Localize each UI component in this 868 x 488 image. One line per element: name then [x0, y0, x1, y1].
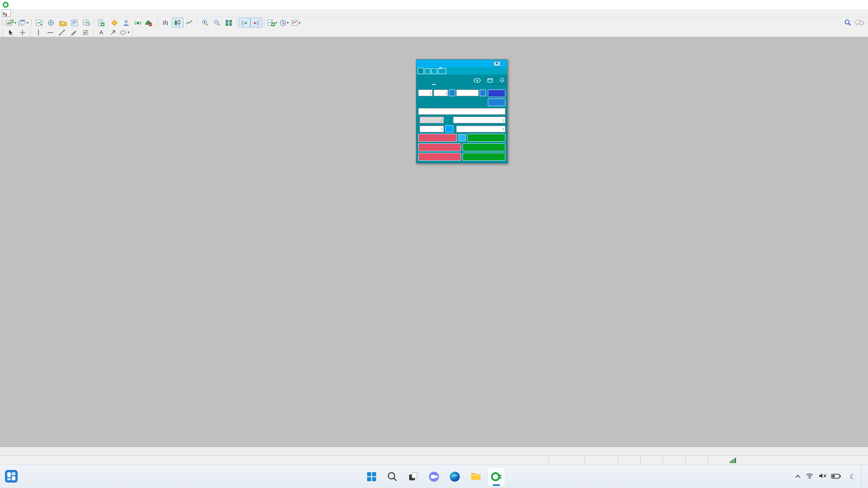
status-bar — [0, 455, 868, 465]
text-tool[interactable]: A — [95, 28, 107, 38]
confirm-checkbox[interactable] — [458, 134, 466, 141]
periods-button[interactable]: ▾ — [278, 18, 290, 28]
risk-plus-button[interactable] — [480, 89, 486, 96]
zoom-in-button[interactable] — [199, 18, 211, 28]
line-chart-button[interactable] — [184, 18, 195, 28]
file-explorer-icon[interactable] — [467, 467, 485, 487]
fibonacci-tool[interactable] — [80, 28, 91, 38]
signals-button[interactable] — [132, 18, 144, 28]
sell-stop-button[interactable] — [418, 143, 461, 151]
connection-bars-icon — [730, 458, 736, 463]
trendline-tool[interactable] — [56, 28, 68, 38]
auto-scroll-button[interactable] — [239, 18, 250, 28]
risk-field[interactable] — [456, 89, 479, 96]
menu-bar — [0, 9, 868, 17]
strategy-tester-button[interactable] — [80, 18, 92, 28]
eye-icon[interactable] — [474, 78, 481, 84]
terminal-button[interactable] — [69, 18, 80, 28]
task-view-icon[interactable] — [404, 467, 422, 487]
trade-assistant-panel: ▴▾ ▴▾ ▴▾ ▴▾ ▴ — [416, 59, 508, 164]
rr-badge — [432, 84, 436, 85]
start-button[interactable] — [363, 467, 381, 487]
metaeditor-button[interactable] — [108, 18, 120, 28]
battery-icon[interactable] — [831, 473, 841, 481]
restore-button[interactable] — [826, 0, 847, 9]
prev-symbol-button[interactable] — [425, 68, 430, 74]
chart-tab-bar — [0, 446, 868, 455]
entry-field[interactable]: ▴▾ — [453, 117, 505, 123]
comment-field[interactable] — [418, 108, 505, 115]
buy-button[interactable] — [467, 134, 506, 142]
edge-icon[interactable] — [446, 467, 464, 487]
chart-shift-button[interactable] — [250, 18, 262, 28]
market-watch-button[interactable] — [33, 18, 45, 28]
community-chat-icon[interactable] — [854, 18, 865, 28]
tile-windows-button[interactable] — [223, 18, 235, 28]
toolbar-grip — [1, 29, 4, 36]
shapes-tool[interactable]: ▾ — [119, 28, 131, 38]
indicators-button[interactable]: ▾ — [266, 18, 278, 28]
folder-icon[interactable] — [438, 68, 446, 74]
rtp-field[interactable]: ▴▾ — [418, 89, 433, 96]
sell-limit-button[interactable] — [418, 153, 461, 161]
chart-workspace: ▴▾ ▴▾ ▴▾ ▴▾ ▴ — [0, 37, 868, 446]
search-icon[interactable] — [842, 18, 854, 28]
new-order-button[interactable] — [96, 18, 108, 28]
svg-text:A: A — [99, 29, 103, 36]
chart-window-icon — [2, 9, 11, 17]
profiles-button[interactable]: ▾ — [17, 18, 29, 28]
arrows-tool[interactable] — [107, 28, 119, 38]
calendar-icon[interactable] — [487, 78, 493, 84]
panel-symbol — [418, 68, 424, 74]
show-desktop-button[interactable] — [861, 465, 863, 488]
cursor-tool[interactable] — [5, 28, 17, 38]
close-button[interactable] — [847, 0, 868, 9]
community-profile-button[interactable] — [120, 18, 132, 28]
standard-toolbar: ▾ ▾ ▾ ▾ ▾ — [0, 17, 868, 28]
minimize-button[interactable] — [806, 0, 826, 9]
vertical-line-tool[interactable] — [33, 28, 44, 38]
horizontal-line-tool[interactable] — [44, 28, 56, 38]
sl-field[interactable]: ▴▾ — [456, 126, 505, 132]
zoom-out-button[interactable] — [211, 18, 223, 28]
navigator-button[interactable] — [57, 18, 69, 28]
night-mode-icon: ☾ — [850, 473, 856, 481]
tray-chevron-icon[interactable] — [795, 473, 801, 481]
autotrading-button[interactable] — [144, 18, 156, 28]
buy-stop-button[interactable] — [462, 143, 505, 151]
rsl-field[interactable]: ▴▾ — [434, 89, 448, 96]
templates-button[interactable]: ▾ — [290, 18, 302, 28]
search-taskbar-icon[interactable] — [383, 467, 401, 487]
screenshot-icon[interactable] — [493, 61, 501, 66]
risk-minus-button[interactable] — [449, 89, 455, 96]
line-studies-toolbar: A ▾ — [0, 28, 868, 37]
lot-calc-button[interactable] — [488, 89, 505, 97]
crosshair-tool[interactable] — [17, 28, 28, 38]
mt4-taskbar-icon[interactable] — [487, 467, 505, 487]
channel-tool[interactable] — [68, 28, 80, 38]
lot-field[interactable]: ▴▾ — [420, 117, 444, 123]
volume-muted-icon[interactable] — [818, 473, 826, 481]
candlestick-chart-button[interactable] — [172, 18, 184, 28]
new-chart-button[interactable]: ▾ — [5, 18, 17, 28]
wifi-icon[interactable] — [806, 473, 814, 481]
data-window-button[interactable] — [45, 18, 57, 28]
widgets-icon[interactable] — [5, 469, 18, 485]
sell-button[interactable] — [418, 134, 457, 142]
bell-icon[interactable] — [500, 78, 505, 84]
mt4-app-icon — [3, 2, 9, 8]
chat-icon[interactable] — [425, 467, 443, 487]
tp-field[interactable]: ▴▾ — [420, 126, 444, 132]
next-symbol-button[interactable] — [431, 68, 437, 74]
title-bar — [0, 0, 868, 9]
panel-title-bar[interactable] — [416, 60, 507, 67]
price-button[interactable] — [445, 125, 453, 132]
toolbar-grip — [1, 19, 4, 26]
windows-taskbar: ☾ — [0, 465, 868, 488]
buy-limit-button[interactable] — [462, 153, 505, 161]
bar-chart-button[interactable] — [160, 18, 172, 28]
lines-button[interactable] — [488, 99, 505, 106]
